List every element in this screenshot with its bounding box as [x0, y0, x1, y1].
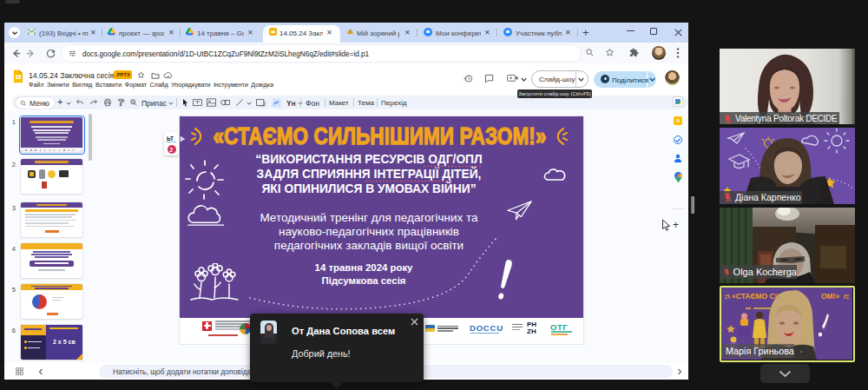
svg-text:ОМ!»: ОМ!»: [821, 292, 840, 301]
